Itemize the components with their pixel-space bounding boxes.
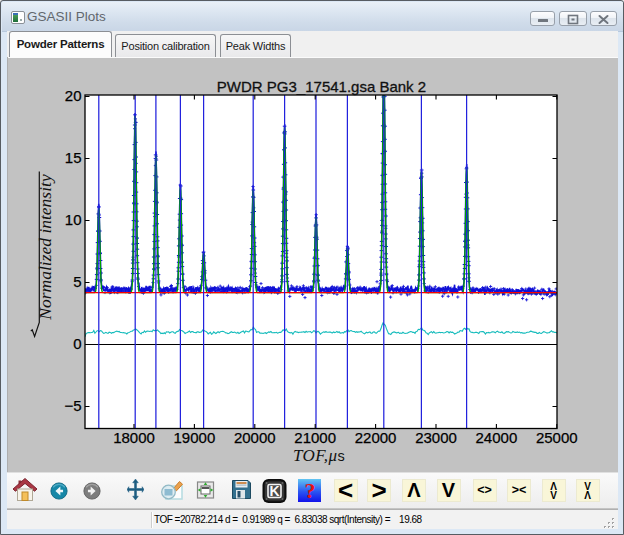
svg-text:TOF,μs: TOF,μs: [293, 446, 345, 465]
svg-text:19000: 19000: [174, 429, 216, 446]
svg-text:25000: 25000: [536, 429, 578, 446]
svg-text:20: 20: [65, 87, 82, 104]
svg-text:21000: 21000: [294, 429, 336, 446]
svg-text:−5: −5: [64, 397, 81, 414]
svg-text:15: 15: [65, 149, 82, 166]
svg-text:PWDR PG3_17541.gsa Bank 2: PWDR PG3_17541.gsa Bank 2: [217, 78, 426, 95]
svg-text:0: 0: [73, 335, 81, 352]
svg-text:Normalized intensity: Normalized intensity: [35, 174, 55, 321]
svg-text:?: ?: [305, 479, 316, 502]
svg-text:20000: 20000: [234, 429, 276, 446]
svg-text:23000: 23000: [415, 429, 457, 446]
svg-text:K: K: [269, 483, 279, 499]
svg-text:5: 5: [73, 273, 81, 290]
svg-text:10: 10: [65, 211, 82, 228]
svg-text:24000: 24000: [476, 429, 518, 446]
svg-text:22000: 22000: [355, 429, 397, 446]
svg-text:18000: 18000: [113, 429, 155, 446]
